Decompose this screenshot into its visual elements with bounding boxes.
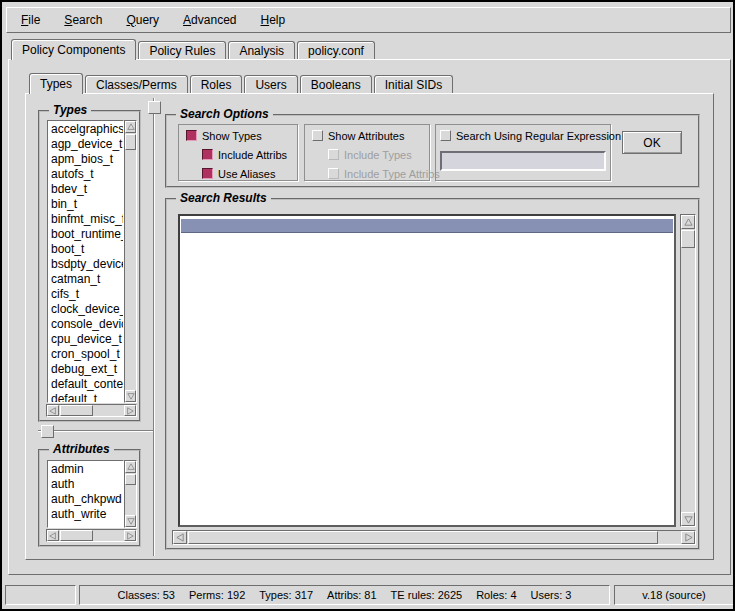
list-item[interactable]: clock_device_t [51, 302, 123, 317]
menu-search[interactable]: Search [59, 11, 107, 29]
scroll-down-button[interactable] [125, 515, 136, 527]
checkbox-label: Show Types [202, 130, 262, 142]
scroll-thumb[interactable] [188, 531, 658, 544]
scroll-thumb[interactable] [125, 134, 136, 150]
scroll-left-button[interactable] [173, 531, 187, 544]
checkbox-label: Include Attribs [218, 149, 287, 161]
list-item[interactable]: apm_bios_t [51, 152, 123, 167]
down-arrow-icon [127, 517, 135, 525]
scroll-right-button[interactable] [681, 531, 695, 544]
list-item[interactable]: autofs_t [51, 167, 123, 182]
list-item[interactable]: default_t [51, 392, 123, 403]
regex-checkbox[interactable]: Search Using Regular Expression [440, 129, 621, 142]
menu-file[interactable]: File [16, 11, 45, 29]
stat-te-rules: TE rules: 2625 [391, 589, 463, 601]
list-item[interactable]: auth [51, 477, 123, 492]
list-item[interactable]: default_context [51, 377, 123, 392]
show-types-checkbox[interactable]: Show Types [186, 129, 262, 142]
tab-users[interactable]: Users [244, 75, 297, 93]
up-arrow-icon [127, 123, 135, 131]
apol-window: File Search Query Advanced Help Policy C… [0, 0, 735, 611]
pane-sash-line [38, 430, 154, 432]
list-item[interactable]: auth_write [51, 507, 123, 522]
list-item[interactable]: cifs_t [51, 287, 123, 302]
search-results-text[interactable] [178, 214, 676, 527]
tab-policy-components[interactable]: Policy Components [11, 39, 136, 60]
tab-policy-conf[interactable]: policy.conf [297, 41, 375, 60]
scroll-right-button[interactable] [124, 530, 136, 541]
tab-classes-perms[interactable]: Classes/Perms [85, 75, 188, 93]
list-item[interactable]: admin [51, 462, 123, 477]
menu-advanced[interactable]: Advanced [178, 11, 241, 29]
pane-sash-handle[interactable] [41, 425, 54, 438]
list-item[interactable]: auth_chkpwd [51, 492, 123, 507]
list-item[interactable]: catman_t [51, 272, 123, 287]
attributes-vscrollbar[interactable] [124, 460, 137, 528]
list-item[interactable]: accelgraphics_e [51, 122, 123, 137]
policy-stats: Classes: 53 Perms: 192 Types: 317 Attrib… [118, 589, 572, 601]
up-arrow-icon [127, 463, 135, 471]
checkbox-indicator [328, 149, 339, 160]
tab-roles[interactable]: Roles [190, 75, 243, 93]
checkbox-indicator [440, 130, 451, 141]
list-item[interactable]: boot_t [51, 242, 123, 257]
scroll-left-button[interactable] [47, 530, 59, 541]
scroll-down-button[interactable] [681, 512, 695, 526]
tab-booleans[interactable]: Booleans [300, 75, 372, 93]
show-attributes-checkbox[interactable]: Show Attributes [312, 129, 404, 142]
scroll-left-button[interactable] [47, 405, 59, 416]
left-arrow-icon [49, 532, 57, 540]
scroll-down-button[interactable] [125, 390, 136, 402]
down-arrow-icon [684, 515, 693, 524]
selection-bar [181, 219, 673, 233]
list-item[interactable]: debug_ext_t [51, 362, 123, 377]
types-vscrollbar[interactable] [124, 120, 137, 403]
include-attribs-checkbox[interactable]: Include Attribs [202, 148, 287, 161]
types-listbox[interactable]: accelgraphics_e agp_device_t apm_bios_t … [47, 120, 124, 403]
scroll-up-button[interactable] [125, 121, 136, 133]
scroll-thumb[interactable] [681, 230, 695, 248]
tab-initial-sids[interactable]: Initial SIDs [374, 75, 453, 93]
menu-help[interactable]: Help [255, 11, 290, 29]
ok-button[interactable]: OK [622, 131, 682, 154]
list-item[interactable]: cron_spool_t [51, 347, 123, 362]
list-item[interactable]: cpu_device_t [51, 332, 123, 347]
checkbox-label: Include Type Attribs [344, 168, 440, 180]
checkbox-label: Use Aliases [218, 168, 275, 180]
search-results-title: Search Results [176, 191, 271, 205]
use-aliases-checkbox[interactable]: Use Aliases [202, 167, 275, 180]
types-hscrollbar[interactable] [46, 404, 137, 417]
scroll-up-button[interactable] [681, 215, 695, 229]
scroll-thumb[interactable] [125, 474, 136, 485]
regex-input[interactable] [440, 151, 606, 171]
status-cell-left [5, 585, 76, 605]
list-item[interactable]: binfmt_misc_fs [51, 212, 123, 227]
checkbox-label: Include Types [344, 149, 412, 161]
results-hscrollbar[interactable] [172, 530, 696, 545]
list-item[interactable]: agp_device_t [51, 137, 123, 152]
tab-policy-rules[interactable]: Policy Rules [138, 41, 226, 60]
scroll-thumb[interactable] [60, 405, 93, 416]
attributes-listbox[interactable]: admin auth auth_chkpwd auth_write [47, 460, 124, 528]
down-arrow-icon [127, 392, 135, 400]
tab-types[interactable]: Types [29, 73, 83, 94]
scroll-right-button[interactable] [124, 405, 136, 416]
list-item[interactable]: bdev_t [51, 182, 123, 197]
list-item[interactable]: bin_t [51, 197, 123, 212]
list-item[interactable]: boot_runtime_t [51, 227, 123, 242]
attributes-hscrollbar[interactable] [46, 529, 137, 542]
results-vscrollbar[interactable] [680, 214, 696, 527]
list-item[interactable]: console_device [51, 317, 123, 332]
checkbox-label: Search Using Regular Expression [456, 130, 621, 142]
include-types-checkbox: Include Types [328, 148, 412, 161]
scroll-thumb[interactable] [60, 530, 93, 541]
tab-analysis[interactable]: Analysis [228, 41, 295, 60]
left-arrow-icon [49, 407, 57, 415]
pane-sash-handle-vertical[interactable] [148, 101, 161, 114]
include-type-attribs-checkbox: Include Type Attribs [328, 167, 440, 180]
menu-query[interactable]: Query [121, 11, 164, 29]
list-item[interactable]: bsdpty_device_ [51, 257, 123, 272]
scroll-up-button[interactable] [125, 461, 136, 473]
right-arrow-icon [684, 533, 693, 542]
checkbox-indicator [328, 168, 339, 179]
